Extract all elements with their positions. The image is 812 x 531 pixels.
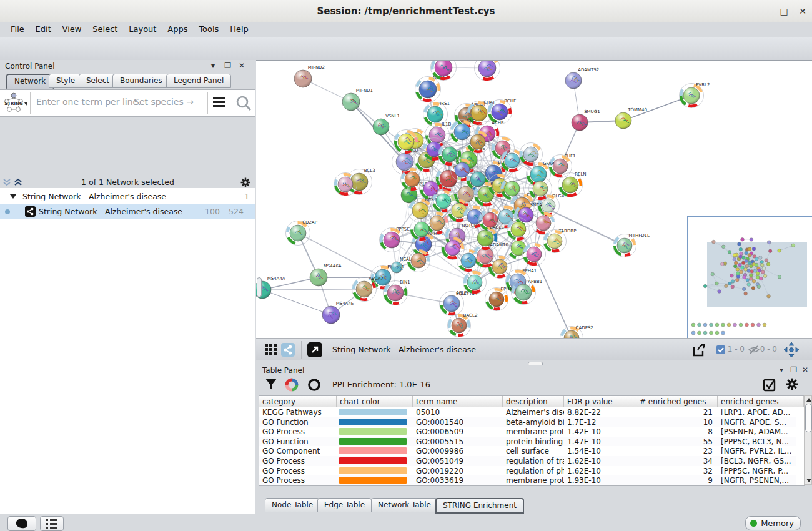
network-node-PPP5C[interactable]: PPP5C — [380, 227, 410, 252]
expand-all-icon[interactable] — [2, 178, 12, 186]
network-edge[interactable] — [262, 289, 364, 290]
network-node-BIN1[interactable]: BIN1 — [384, 280, 410, 305]
panel-splitter-handle[interactable] — [257, 277, 262, 297]
network-node[interactable] — [488, 256, 512, 279]
network-node-EPHA5[interactable]: EPHA5 — [485, 287, 515, 311]
panel-float-icon[interactable]: ❐ — [224, 61, 231, 70]
network-edge[interactable] — [298, 233, 383, 277]
network-node-ADAMTS2[interactable]: ADAMTS2 — [565, 67, 599, 89]
string-query-input[interactable]: Enter one term per line. — [36, 97, 141, 107]
maximize-button[interactable]: □ — [775, 0, 793, 22]
birds-eye-graph[interactable] — [688, 217, 810, 338]
navigator-disconnected-node — [739, 323, 743, 327]
cell-enriched-genes: [PPP5C, BCL3, N... — [718, 437, 804, 447]
cell-category: GO Process — [259, 466, 337, 476]
network-edge[interactable] — [534, 254, 572, 338]
menu-apps[interactable]: Apps — [163, 22, 192, 34]
navigator-toggle-icon[interactable] — [783, 342, 800, 358]
column-header-enriched-genes[interactable]: enriched genes — [718, 396, 804, 407]
network-node-BACE2[interactable]: BACE2 — [448, 313, 478, 337]
navigator-node — [725, 284, 728, 288]
enrichment-table[interactable]: categorychart colorterm namedescriptionF… — [259, 395, 805, 486]
tab-network-table[interactable]: Network Table — [371, 498, 438, 512]
network-row-selected[interactable]: String Network - Alzheimer's disease 100… — [0, 204, 255, 219]
column-header-chart-color[interactable]: chart color — [337, 396, 413, 407]
network-node-MT-ND1[interactable]: MT-ND1 — [342, 88, 373, 111]
tab-legend-panel[interactable]: Legend Panel — [166, 74, 231, 88]
panel-collapse-icon[interactable]: ▾ — [211, 61, 215, 70]
menu-file[interactable]: File — [6, 22, 29, 34]
menu-layout[interactable]: Layout — [124, 22, 161, 34]
network-gear-icon[interactable] — [240, 177, 250, 187]
task-list-button[interactable] — [40, 516, 64, 531]
grid-view-icon[interactable] — [265, 344, 277, 356]
tab-node-table[interactable]: Node Table — [265, 498, 320, 512]
menu-tools[interactable]: Tools — [194, 22, 223, 34]
chart-donut-icon[interactable] — [285, 378, 299, 392]
set-species-hint[interactable]: Set species → — [134, 97, 194, 107]
scroll-down-icon[interactable] — [806, 479, 811, 482]
network-node[interactable] — [520, 143, 543, 166]
tab-boundaries[interactable]: Boundaries — [112, 74, 170, 88]
network-node-MT-ND2[interactable]: MT-ND2 — [294, 65, 325, 87]
share-view-icon[interactable] — [281, 343, 295, 357]
string-search-icon[interactable] — [235, 95, 252, 111]
network-collection-row[interactable]: String Network - Alzheimer's disease 1 — [0, 189, 255, 204]
column-header-description[interactable]: description — [503, 396, 564, 407]
table-panel-collapse-icon[interactable]: ▾ — [780, 365, 783, 374]
scrollbar-thumb[interactable] — [805, 404, 812, 432]
network-node[interactable] — [475, 61, 500, 81]
panel-close-icon[interactable]: ✕ — [239, 61, 245, 70]
network-edge[interactable] — [262, 290, 331, 315]
table-panel-close-icon[interactable]: ✕ — [802, 365, 808, 374]
network-node[interactable] — [523, 243, 546, 266]
menu-help[interactable]: Help — [225, 22, 253, 34]
collapse-all-icon[interactable] — [14, 178, 24, 186]
column-header-FDR-p-value[interactable]: FDR p-value — [564, 396, 636, 407]
menu-select[interactable]: Select — [88, 22, 122, 34]
minimize-button[interactable]: – — [755, 0, 773, 22]
node-label: SMUG1 — [584, 109, 600, 114]
navigator-node — [768, 249, 772, 253]
tree-expand-icon[interactable] — [10, 194, 17, 199]
network-node-TOMM40[interactable]: TOMM40 — [615, 107, 647, 129]
memory-button[interactable]: Memory — [745, 516, 801, 530]
birds-eye-view[interactable] — [687, 216, 812, 342]
column-header--enriched-genes[interactable]: # enriched genes — [636, 396, 718, 407]
menu-view[interactable]: View — [58, 22, 86, 34]
network-node-VSNL1[interactable]: VSNL1 — [373, 114, 400, 135]
tab-style[interactable]: Style — [49, 74, 82, 88]
filter-icon[interactable] — [265, 378, 277, 392]
tab-edge-table[interactable]: Edge Table — [317, 498, 372, 512]
column-header-category[interactable]: category — [259, 396, 337, 407]
open-in-window-icon[interactable] — [307, 342, 322, 357]
selected-checkbox-icon[interactable] — [716, 345, 726, 355]
close-button[interactable]: ✕ — [793, 0, 812, 22]
table-settings-gear-icon[interactable] — [786, 378, 798, 390]
menu-edit[interactable]: Edit — [31, 22, 56, 34]
network-node-TARDBP[interactable]: TARDBP — [543, 229, 577, 253]
select-rows-icon[interactable] — [763, 378, 777, 392]
table-panel-float-icon[interactable]: ❐ — [790, 365, 797, 374]
tab-select[interactable]: Select — [79, 74, 117, 88]
tab-network[interactable]: Network — [6, 74, 54, 89]
network-node-MS4A6A[interactable]: MS4A6A — [310, 264, 342, 286]
network-node[interactable] — [463, 271, 487, 294]
network-node-CADPS2[interactable]: CADPS2 — [560, 325, 593, 339]
string-options-icon[interactable] — [213, 97, 225, 107]
scroll-up-icon[interactable] — [806, 398, 811, 402]
network-node-SMUG1[interactable]: SMUG1 — [572, 109, 600, 131]
network-node-MTHFD1L[interactable]: MTHFD1L — [613, 233, 650, 257]
string-logo-icon[interactable]: STRING — [2, 92, 27, 114]
column-header-term-name[interactable]: term name — [413, 396, 503, 407]
network-overview-button[interactable] — [7, 516, 36, 531]
network-node-APBB1[interactable]: APBB1 — [512, 279, 543, 305]
table-vertical-scrollbar[interactable] — [804, 395, 812, 485]
hidden-eye-icon[interactable] — [748, 345, 760, 355]
ring-chart-icon[interactable] — [307, 378, 321, 392]
string-search-bar: STRING Enter one term per line. Set spec… — [0, 89, 255, 117]
network-node-PVRL2[interactable]: PVRL2 — [680, 82, 710, 108]
network-node-MS4A4E[interactable]: MS4A4E — [322, 301, 354, 324]
export-network-icon[interactable] — [692, 342, 707, 357]
tab-string-enrichment[interactable]: STRING Enrichment — [435, 498, 524, 514]
